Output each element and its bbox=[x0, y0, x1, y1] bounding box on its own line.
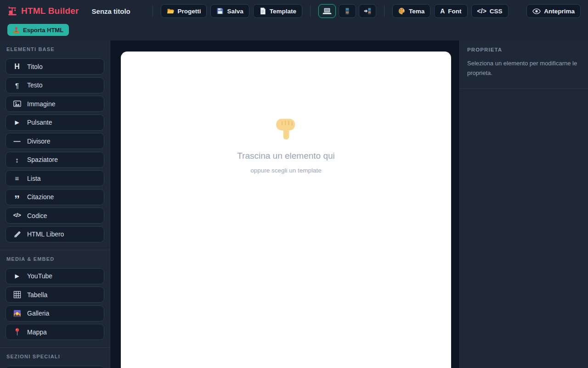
app-logo: HTML Builder bbox=[7, 6, 79, 16]
folder-icon bbox=[167, 7, 174, 15]
toolbar-button-progetti[interactable]: Progetti bbox=[161, 4, 207, 18]
document-title: Senza titolo bbox=[92, 7, 130, 15]
main-layout: ELEMENTI BASEHTitolo¶TestoImmagine▶Pulsa… bbox=[0, 40, 588, 368]
html-builder-app: HTML Builder Senza titolo ProgettiSalvaT… bbox=[0, 0, 588, 368]
device-toggle-mobile[interactable] bbox=[359, 4, 376, 18]
sidebar-item-mappa[interactable]: Mappa bbox=[6, 324, 104, 340]
item-label: Codice bbox=[27, 212, 47, 219]
item-icon-wrap: ▶ bbox=[11, 120, 23, 125]
esporta-label: Esporta HTML bbox=[23, 27, 63, 34]
spacer-icon: ↕ bbox=[15, 156, 19, 163]
laptop-icon bbox=[322, 7, 332, 15]
item-label: Divisore bbox=[27, 138, 51, 145]
sidebar-item-pulsante[interactable]: ▶Pulsante bbox=[6, 115, 104, 131]
item-label: Lista bbox=[27, 175, 41, 182]
properties-title: PROPRIETA bbox=[467, 47, 581, 52]
sidebar-section-elementi-base: ELEMENTI BASEHTitolo¶TestoImmagine▶Pulsa… bbox=[0, 40, 110, 250]
tablet-icon bbox=[343, 7, 352, 15]
item-icon-wrap: </> bbox=[11, 213, 23, 218]
export-icon bbox=[13, 27, 20, 34]
section-items: HTitolo¶TestoImmagine▶Pulsante—Divisore↕… bbox=[6, 58, 104, 242]
play-icon: ▶ bbox=[15, 120, 19, 125]
anteprima-button[interactable]: Anteprima bbox=[526, 4, 581, 18]
paragraph-icon: ¶ bbox=[15, 82, 19, 89]
code-icon: </> bbox=[13, 213, 21, 218]
section-items: ▶YouTubeTabellaGalleriaMappa bbox=[6, 268, 104, 340]
device-toggle-desktop[interactable] bbox=[318, 4, 336, 18]
map-pin-icon bbox=[13, 328, 21, 336]
toolbar-button-css[interactable]: </>CSS bbox=[471, 4, 509, 18]
properties-section: PROPRIETA Seleziona un elemento per modi… bbox=[460, 40, 588, 89]
salva-label: Salva bbox=[227, 8, 243, 15]
template-label: Template bbox=[270, 8, 296, 15]
toolbar-button-tema[interactable]: Tema bbox=[392, 4, 430, 18]
eye-icon bbox=[532, 8, 541, 14]
esporta-html-button[interactable]: Esporta HTML bbox=[7, 24, 69, 36]
sidebar-section-media-embed: MEDIA & EMBED▶YouTubeTabellaGalleriaMapp… bbox=[0, 250, 110, 348]
divider bbox=[310, 5, 311, 17]
header: HTML Builder Senza titolo ProgettiSalvaT… bbox=[0, 0, 588, 40]
section-items bbox=[6, 366, 104, 368]
css-glyph-icon: </> bbox=[477, 8, 486, 14]
sidebar-item-tabella[interactable]: Tabella bbox=[6, 287, 104, 303]
item-label: YouTube bbox=[27, 272, 52, 280]
toolbar-button-font[interactable]: AFont bbox=[434, 4, 467, 18]
sidebar-item-citazione[interactable]: ”Citazione bbox=[6, 189, 104, 205]
canvas-area: Trascina un elemento qui oppure scegli u… bbox=[110, 40, 459, 368]
play-icon: ▶ bbox=[15, 273, 19, 279]
sidebar-item-partial[interactable] bbox=[6, 366, 104, 368]
sidebar-item-titolo[interactable]: HTitolo bbox=[6, 58, 104, 75]
header-bottom-row: Esporta HTML bbox=[0, 22, 588, 36]
sidebar-item-youtube[interactable]: ▶YouTube bbox=[6, 268, 104, 284]
gallery-icon bbox=[13, 310, 21, 317]
drop-hint-title: Trascina un elemento qui bbox=[237, 151, 335, 161]
sidebar-item-divisore[interactable]: —Divisore bbox=[6, 133, 104, 149]
section-title: ELEMENTI BASE bbox=[6, 46, 104, 52]
sidebar-item-lista[interactable]: ≡Lista bbox=[6, 170, 104, 186]
sidebar-item-html-libero[interactable]: HTML Libero bbox=[6, 226, 104, 242]
item-label: Tabella bbox=[27, 291, 47, 299]
toolbar-button-salva[interactable]: Salva bbox=[210, 4, 249, 18]
item-icon-wrap: ▶ bbox=[11, 273, 23, 279]
section-title: SEZIONI SPECIALI bbox=[6, 354, 104, 359]
file-actions-group: ProgettiSalvaTemplate bbox=[161, 4, 302, 18]
font-label: Font bbox=[448, 8, 461, 15]
font-glyph-icon: A bbox=[440, 8, 445, 14]
image-icon bbox=[13, 100, 21, 108]
sidebar-item-codice[interactable]: </>Codice bbox=[6, 207, 104, 224]
section-title: MEDIA & EMBED bbox=[6, 256, 104, 262]
builder-canvas-dropzone[interactable]: Trascina un elemento qui oppure scegli u… bbox=[121, 52, 451, 368]
quote-icon: ” bbox=[14, 194, 20, 200]
sidebar-item-spaziatore[interactable]: ↕Spaziatore bbox=[6, 152, 104, 168]
item-icon-wrap: ↕ bbox=[11, 156, 23, 163]
toolbar-button-template[interactable]: Template bbox=[253, 4, 302, 18]
sidebar-section-sezioni-speciali: SEZIONI SPECIALI bbox=[0, 347, 110, 368]
item-label: Spaziatore bbox=[27, 156, 58, 163]
progetti-label: Progetti bbox=[177, 8, 201, 15]
sidebar: ELEMENTI BASEHTitolo¶TestoImmagine▶Pulsa… bbox=[0, 40, 110, 368]
header-toolbar: ProgettiSalvaTemplate TemaAFont</>CSS bbox=[148, 4, 508, 18]
properties-panel: PROPRIETA Seleziona un elemento per modi… bbox=[459, 40, 588, 368]
sidebar-item-testo[interactable]: ¶Testo bbox=[6, 77, 104, 93]
item-label: Citazione bbox=[27, 193, 54, 201]
table-grid-icon bbox=[13, 291, 21, 299]
heading-icon: H bbox=[14, 63, 20, 70]
item-icon-wrap: — bbox=[11, 138, 23, 144]
sidebar-item-immagine[interactable]: Immagine bbox=[6, 96, 104, 112]
floppy-icon bbox=[216, 7, 224, 15]
item-icon-wrap bbox=[11, 310, 23, 317]
item-icon-wrap: ” bbox=[11, 194, 23, 200]
device-toggle-tablet[interactable] bbox=[339, 4, 356, 18]
list-icon: ≡ bbox=[15, 175, 19, 182]
device-toggle-group bbox=[318, 4, 376, 18]
drop-hint-subtitle: oppure scegli un template bbox=[250, 167, 322, 174]
sidebar-item-galleria[interactable]: Galleria bbox=[6, 305, 104, 322]
css-label: CSS bbox=[490, 8, 503, 15]
item-icon-wrap: ¶ bbox=[11, 82, 23, 89]
item-label: Pulsante bbox=[27, 119, 52, 126]
palette-icon bbox=[398, 7, 406, 15]
item-icon-wrap bbox=[11, 230, 23, 238]
anteprima-label: Anteprima bbox=[544, 8, 575, 15]
properties-empty-message: Seleziona un elemento per modificarne le… bbox=[467, 59, 581, 78]
item-icon-wrap bbox=[11, 100, 23, 108]
